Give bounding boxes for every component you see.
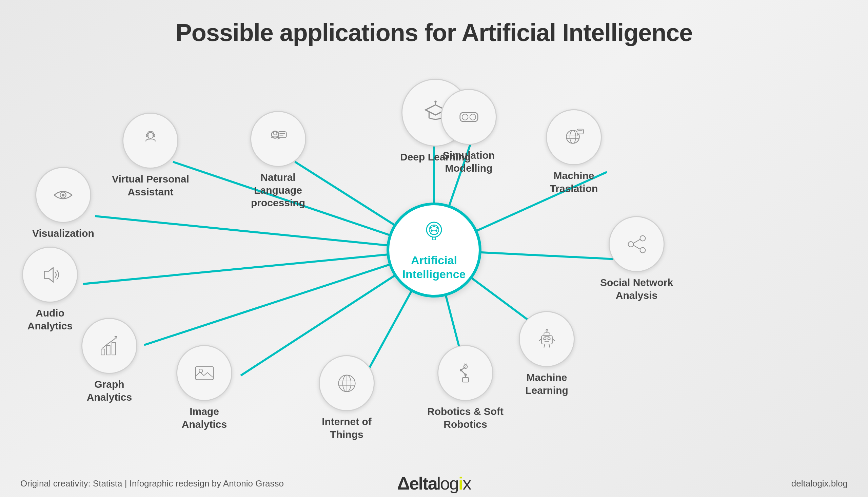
audio-analytics-circle [22, 247, 78, 303]
simulation-circle [441, 89, 497, 145]
ai-icon [421, 219, 447, 251]
footer-credit: Original creativity: Statista | Infograp… [20, 478, 284, 489]
social-network-label: Social NetworkAnalysis [600, 276, 673, 302]
svg-rect-62 [195, 366, 213, 380]
audio-analytics-label: AudioAnalytics [28, 307, 73, 332]
machine-learning-label: MachineLearning [525, 371, 568, 397]
robotics-circle [437, 345, 493, 401]
machine-translation-circle [546, 109, 602, 165]
machine-learning-circle [519, 311, 575, 367]
svg-rect-48 [577, 129, 583, 134]
svg-point-32 [470, 114, 476, 120]
node-audio-analytics: AudioAnalytics [22, 247, 78, 332]
svg-line-58 [633, 245, 640, 249]
svg-point-29 [434, 100, 436, 102]
svg-point-54 [640, 236, 645, 241]
nlp-circle [250, 111, 306, 167]
node-nlp: Natural Languageprocessing [237, 111, 319, 209]
virtual-assistant-label: Virtual PersonalAssistant [112, 173, 189, 198]
node-robotics: Robotics & SoftRobotics [427, 345, 503, 430]
svg-rect-79 [544, 338, 546, 339]
footer-logo: Δeltalogix [397, 473, 471, 494]
svg-rect-61 [112, 342, 116, 355]
node-iot: Internet ofThings [319, 355, 375, 441]
visualization-circle [35, 167, 91, 223]
svg-rect-78 [542, 336, 552, 344]
social-network-circle [608, 216, 665, 272]
robotics-label: Robotics & SoftRobotics [427, 405, 503, 430]
svg-point-73 [464, 373, 467, 375]
svg-rect-36 [278, 132, 286, 138]
svg-rect-69 [462, 378, 469, 382]
svg-point-84 [546, 329, 548, 331]
node-virtual-assistant: Virtual PersonalAssistant [112, 113, 189, 198]
svg-point-63 [199, 369, 203, 372]
svg-marker-53 [44, 268, 53, 282]
svg-rect-80 [548, 338, 550, 339]
image-analytics-label: ImageAnalytics [182, 405, 227, 430]
svg-line-87 [544, 344, 545, 348]
svg-point-45 [570, 130, 576, 143]
svg-line-88 [549, 344, 550, 348]
node-graph-analytics: GraphAnalytics [82, 318, 137, 403]
svg-line-57 [633, 239, 640, 243]
visualization-label: Visualization [32, 227, 94, 240]
node-social-network: Social NetworkAnalysis [600, 216, 673, 302]
nlp-label: Natural Languageprocessing [237, 171, 319, 209]
graph-analytics-circle [82, 318, 137, 374]
svg-point-31 [462, 114, 468, 120]
footer: Original creativity: Statista | Infograp… [0, 470, 868, 497]
svg-point-35 [273, 131, 277, 135]
node-machine-learning: MachineLearning [519, 311, 575, 397]
svg-rect-60 [106, 345, 110, 355]
virtual-assistant-circle [122, 113, 178, 169]
svg-point-74 [460, 369, 462, 371]
page-title: Possible applications for Artificial Int… [176, 19, 693, 46]
svg-point-52 [62, 193, 65, 196]
footer-url: deltalogix.blog [791, 478, 848, 489]
graph-analytics-label: GraphAnalytics [87, 378, 132, 403]
node-visualization: Visualization [32, 167, 94, 240]
simulation-label: SimulationModelling [443, 149, 495, 174]
node-machine-translation: MachineTraslation [546, 109, 602, 195]
svg-point-55 [640, 247, 645, 253]
iot-label: Internet ofThings [322, 415, 372, 441]
center-node: Artificial Intelligence [386, 202, 482, 298]
machine-translation-label: MachineTraslation [550, 169, 598, 195]
svg-rect-59 [101, 349, 105, 355]
node-image-analytics: ImageAnalytics [176, 345, 232, 430]
diagram-area: Artificial Intelligence Deep Learning [0, 50, 868, 457]
node-simulation: SimulationModelling [441, 89, 497, 174]
svg-point-56 [628, 242, 633, 247]
center-label: Artificial Intelligence [402, 253, 466, 281]
image-analytics-circle [176, 345, 232, 401]
iot-circle [319, 355, 375, 411]
page: Possible applications for Artificial Int… [0, 0, 868, 497]
